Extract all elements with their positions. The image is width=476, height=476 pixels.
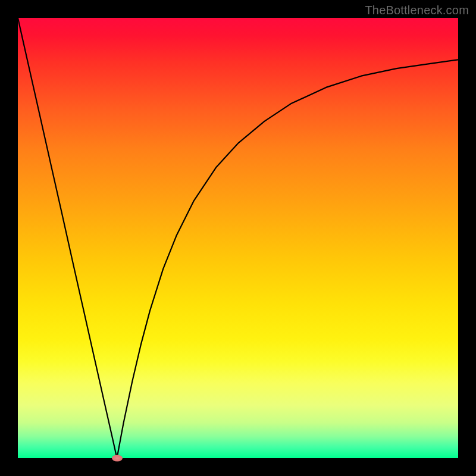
bottleneck-curve <box>18 18 458 458</box>
plot-area <box>18 18 458 458</box>
minimum-marker <box>112 455 123 462</box>
attribution-label: TheBottleneck.com <box>365 4 469 17</box>
chart-frame: TheBottleneck.com <box>0 0 476 476</box>
